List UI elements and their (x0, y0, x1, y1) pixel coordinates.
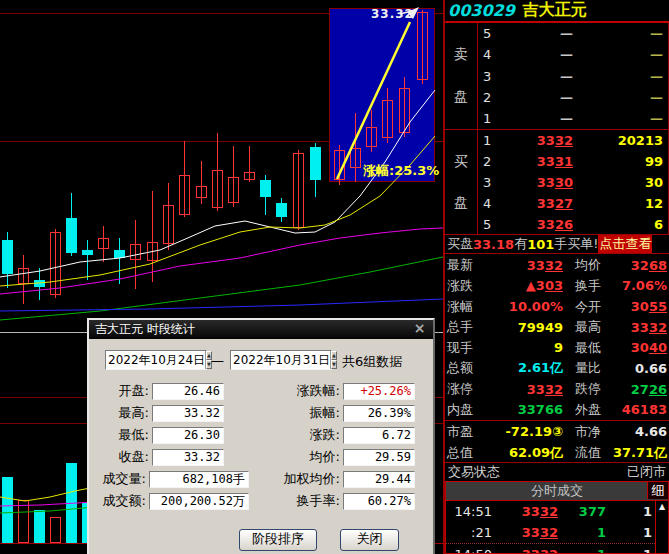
candle-body (2, 240, 13, 274)
sell-label-char: 卖 (454, 46, 468, 64)
sell-row-1[interactable]: 1—— (478, 108, 668, 129)
left-stat-row: 收盘:33.32 (89, 446, 249, 468)
price-cell[interactable]: — (501, 111, 573, 126)
field-value: 3332 (603, 320, 669, 335)
level-label: 1 (478, 111, 501, 126)
view-detail-link[interactable]: 点击查看 (598, 235, 652, 253)
quote-detail-grid: 最新3332均价3268涨跌▲303换手7.06%涨幅10.00%今开3055总… (445, 255, 669, 420)
close-icon[interactable]: × (412, 322, 427, 336)
high-price-label: 33.32 (371, 7, 414, 21)
right-stat-row: 振幅:26.39% (277, 402, 415, 424)
candle-body (114, 250, 125, 258)
spinner-down-icon[interactable]: ▼ (331, 360, 337, 369)
field-label: 外盘 (575, 401, 603, 419)
level-label: 4 (478, 47, 501, 62)
tick-price: 3332 (492, 525, 558, 540)
date-from-field[interactable]: 2022年10月24日 ▲ ▼ (105, 350, 207, 370)
right-stat-row: 涨跌幅:+25.26% (277, 380, 415, 402)
candle-body (366, 127, 377, 147)
stat-label: 涨跌幅: (277, 382, 343, 400)
stat-value-field: 26.39% (343, 405, 415, 422)
volume-cell: — (573, 69, 668, 84)
vol-ma-green (0, 507, 95, 513)
sell-row-5[interactable]: 5—— (478, 23, 668, 44)
field-label: 现手 (445, 339, 475, 357)
ma-green (0, 257, 443, 320)
group-count-label: 共6组数据 (342, 353, 402, 371)
candle-body (196, 186, 207, 198)
buy-label-char: 买 (454, 153, 468, 171)
dialog-body: 2022年10月24日 ▲ ▼ — 2022年10月31日 ▲ ▼ 共6组数据 … (89, 339, 433, 554)
candle-wick (87, 240, 88, 280)
price-cell[interactable]: — (501, 47, 573, 62)
candle-body (399, 88, 410, 133)
period-sort-button[interactable]: 阶段排序 (239, 529, 317, 551)
price-cell[interactable]: 3327 (501, 196, 573, 211)
buy-row-3[interactable]: 3333030 (478, 172, 668, 193)
tick-time: 14:51 (446, 504, 492, 519)
notice-segment: 有 (514, 235, 527, 253)
field-value: 3332 (475, 382, 563, 397)
tick-time: 14:50 (446, 547, 492, 553)
volume-cell: 20213 (573, 133, 668, 148)
field-value: 46183 (603, 402, 669, 417)
sell-row-4[interactable]: 4—— (478, 44, 668, 65)
vol-ma-magenta (0, 502, 95, 506)
candle-body (66, 218, 77, 253)
field-label: 最新 (445, 256, 475, 274)
level-label: 5 (478, 217, 501, 232)
spinner-up-icon[interactable]: ▲ (331, 351, 337, 360)
field-value: 2726 (603, 382, 669, 397)
price-cell[interactable]: 3330 (501, 175, 573, 190)
price-cell[interactable]: — (501, 26, 573, 41)
buy-row-2[interactable]: 2333199 (478, 151, 668, 172)
price-cell[interactable]: 3331 (501, 154, 573, 169)
candle-body (147, 242, 158, 261)
scroll-up-icon[interactable]: ▲ (656, 501, 668, 513)
big-order-notice: 买盘33.18有101手买单!点击查看 (445, 234, 669, 254)
tick-list-section: 分时成交 细 14:5133323771:2133321114:50333211… (445, 481, 669, 554)
tick-list-title: 分时成交 (531, 483, 583, 498)
tick-detail-button[interactable]: 细 (647, 482, 668, 499)
valuation-grid: 市盈-72.19③市净4.66总值62.09亿流值37.71亿 (445, 420, 669, 463)
left-stat-row: 最低:26.30 (89, 424, 249, 446)
date-from-value[interactable]: 2022年10月24日 (106, 351, 205, 369)
sell-row-2[interactable]: 2—— (478, 87, 668, 108)
dialog-title-bar[interactable]: 吉大正元 时段统计 × (89, 320, 433, 339)
volume-bar (34, 510, 45, 543)
sell-row-3[interactable]: 3—— (478, 65, 668, 86)
field-value: 10.00% (475, 299, 563, 314)
field-label: 涨跌 (445, 277, 475, 295)
stat-label: 收盘: (89, 448, 152, 466)
volume-cell: 12 (573, 196, 668, 211)
volume-bar (18, 500, 29, 543)
field-label: 总手 (445, 318, 475, 336)
buy-row-1[interactable]: 1333220213 (478, 130, 668, 151)
field-value: -72.19③ (475, 424, 563, 439)
stat-label: 换手率: (277, 492, 343, 510)
tick-row: :21333211 (446, 522, 655, 544)
field-value: 62.09亿 (475, 444, 563, 462)
detail-row: 涨跌▲303换手7.06% (445, 276, 669, 297)
date-to-value[interactable]: 2022年10月31日 (231, 351, 330, 369)
field-label: 换手 (575, 277, 603, 295)
tick-scrollbar[interactable]: ▲ (655, 501, 668, 553)
buy-row-5[interactable]: 533266 (478, 214, 668, 235)
stat-label: 涨跌: (277, 426, 343, 444)
stock-name: 吉大正元 (523, 0, 587, 21)
stat-value-field: 6.72 (343, 427, 415, 444)
date-to-field[interactable]: 2022年10月31日 ▲ ▼ (230, 350, 332, 370)
price-cell[interactable]: — (501, 69, 573, 84)
price-cell[interactable]: — (501, 90, 573, 105)
right-stat-row: 均价:29.59 (277, 446, 415, 468)
candle-body (98, 238, 109, 249)
ma-blue (0, 299, 443, 311)
buy-row-4[interactable]: 4332712 (478, 193, 668, 214)
price-cell[interactable]: 3326 (501, 217, 573, 232)
price-cell[interactable]: 3332 (501, 133, 573, 148)
sell-label-char: 盘 (454, 88, 468, 106)
candle-body (82, 250, 93, 255)
valuation-row: 总值62.09亿流值37.71亿 (445, 442, 669, 463)
candle-body (179, 175, 190, 215)
close-button[interactable]: 关闭 (340, 529, 399, 551)
